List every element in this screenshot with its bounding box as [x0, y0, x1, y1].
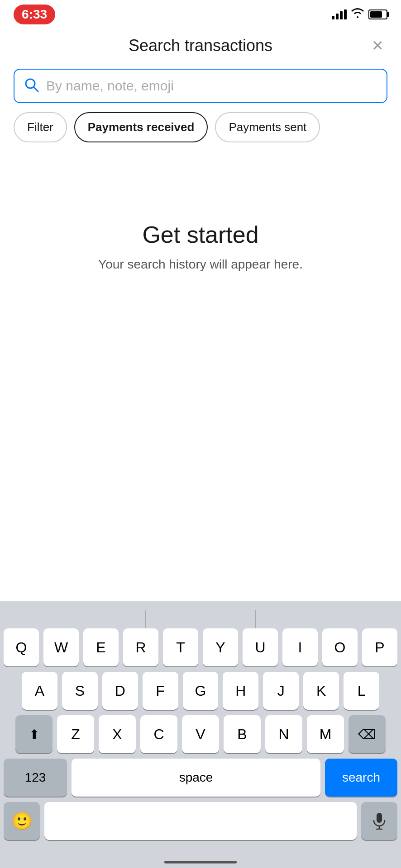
key-s[interactable]: S [62, 672, 98, 710]
keyboard-rows: Q W E R T Y U I O P A S D F G H J K L ⬆ … [0, 628, 401, 797]
emoji-key[interactable]: 🙂 [4, 802, 40, 840]
get-started-title: Get started [142, 221, 258, 248]
keyboard-row-2: A S D F G H J K L [4, 672, 397, 710]
keyboard-row-3: ⬆ Z X C V B N M ⌫ [4, 715, 397, 753]
backspace-key[interactable]: ⌫ [348, 715, 386, 753]
key-o[interactable]: O [322, 628, 358, 666]
status-bar: 6:33 [0, 0, 401, 27]
key-f[interactable]: F [143, 672, 178, 710]
key-i[interactable]: I [282, 628, 318, 666]
space-key-bottom[interactable] [44, 802, 357, 840]
key-n[interactable]: N [265, 715, 302, 753]
keyboard: Q W E R T Y U I O P A S D F G H J K L ⬆ … [0, 601, 401, 868]
filter-chips: Filter Payments received Payments sent [0, 112, 401, 151]
key-y[interactable]: Y [203, 628, 238, 666]
search-key[interactable]: search [325, 759, 397, 797]
key-b[interactable]: B [224, 715, 261, 753]
key-r[interactable]: R [123, 628, 158, 666]
search-icon [24, 77, 40, 95]
signal-icon [332, 9, 347, 19]
payments-received-chip[interactable]: Payments received [74, 112, 208, 142]
key-l[interactable]: L [344, 672, 379, 710]
status-icons [332, 8, 387, 21]
keyboard-toolbar [0, 610, 401, 628]
filter-chip[interactable]: Filter [14, 112, 67, 142]
search-input[interactable] [46, 78, 377, 94]
wifi-icon [351, 8, 364, 21]
key-q[interactable]: Q [4, 628, 39, 666]
search-history-subtitle: Your search history will appear here. [98, 257, 303, 272]
key-v[interactable]: V [182, 715, 219, 753]
search-input-wrapper[interactable] [14, 69, 387, 103]
home-bar [164, 861, 237, 863]
key-x[interactable]: X [99, 715, 136, 753]
space-key[interactable]: space [72, 759, 320, 797]
key-d[interactable]: D [102, 672, 138, 710]
close-button[interactable]: ✕ [368, 36, 387, 56]
page-title: Search transactions [129, 36, 272, 55]
header: Search transactions ✕ [0, 27, 401, 64]
keyboard-bottom-row: 🙂 [0, 802, 401, 840]
status-time: 6:33 [14, 5, 55, 24]
svg-line-1 [33, 87, 38, 91]
key-j[interactable]: J [263, 672, 299, 710]
keyboard-row-1: Q W E R T Y U I O P [4, 628, 397, 666]
mic-key[interactable] [361, 802, 397, 840]
key-z[interactable]: Z [57, 715, 94, 753]
key-g[interactable]: G [183, 672, 219, 710]
key-p[interactable]: P [362, 628, 397, 666]
payments-sent-chip[interactable]: Payments sent [215, 112, 320, 142]
search-container [0, 64, 401, 112]
main-content: Get started Your search history will app… [0, 151, 401, 341]
key-t[interactable]: T [163, 628, 198, 666]
close-icon: ✕ [372, 37, 384, 54]
keyboard-row-4: 123 space search [4, 759, 397, 797]
key-c[interactable]: C [140, 715, 177, 753]
home-indicator [0, 845, 401, 868]
key-w[interactable]: W [43, 628, 79, 666]
battery-icon [368, 9, 387, 19]
key-h[interactable]: H [223, 672, 258, 710]
key-m[interactable]: M [307, 715, 344, 753]
key-k[interactable]: K [303, 672, 339, 710]
numbers-key[interactable]: 123 [4, 759, 67, 797]
key-a[interactable]: A [22, 672, 57, 710]
key-e[interactable]: E [83, 628, 119, 666]
shift-key[interactable]: ⬆ [15, 715, 53, 753]
toolbar-divider-left [145, 610, 146, 628]
toolbar-divider-right [255, 610, 256, 628]
key-u[interactable]: U [243, 628, 278, 666]
svg-rect-2 [377, 813, 382, 823]
